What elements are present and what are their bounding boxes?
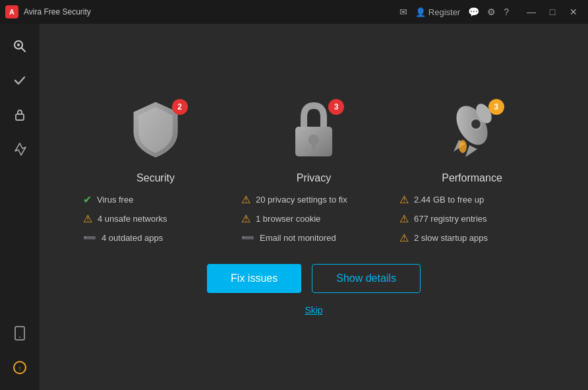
warn-icon: ⚠	[399, 212, 409, 225]
main-layout: ↑	[0, 24, 588, 390]
list-item: ⚠ 2.44 GB to free up	[399, 193, 544, 206]
warn-icon: ⚠	[241, 193, 250, 206]
register-label: Register	[428, 7, 460, 17]
title-bar: A Avira Free Security ✉ 👤 Register 💬 ⚙ ?…	[0, 0, 588, 24]
error-icon: ➖	[83, 232, 96, 244]
skip-button[interactable]: Skip	[305, 305, 322, 315]
cards-row: 2 Security ✔ Virus free ⚠ 4 unsafe netwo…	[83, 99, 544, 244]
close-button[interactable]: ✕	[564, 5, 583, 18]
item-text: Email not monitored	[260, 233, 336, 243]
sidebar-item-protection[interactable]	[4, 65, 36, 96]
svg-line-1	[22, 48, 26, 52]
svg-rect-3	[16, 114, 24, 120]
privacy-items: ⚠ 20 privacy settings to fix ⚠ 1 browser…	[241, 193, 386, 244]
svg-rect-10	[312, 142, 316, 150]
fix-issues-button[interactable]: Fix issues	[207, 264, 301, 293]
item-text: 20 privacy settings to fix	[256, 195, 347, 205]
performance-card: 3 Performance ⚠ 2.44 GB to free up ⚠ 677…	[399, 99, 544, 244]
sidebar-item-privacy[interactable]	[4, 99, 36, 131]
list-item: ⚠ 2 slow startup apps	[399, 232, 544, 244]
avira-logo-icon: A	[5, 5, 18, 18]
show-details-button[interactable]: Show details	[312, 264, 421, 293]
svg-point-2	[17, 44, 20, 46]
error-icon: ➖	[241, 232, 254, 244]
warn-icon: ⚠	[83, 212, 92, 225]
item-text: 2 slow startup apps	[414, 233, 488, 243]
window-controls: — □ ✕	[522, 5, 583, 18]
security-title: Security	[136, 172, 175, 184]
sidebar: ↑	[0, 24, 40, 390]
item-text: 2.44 GB to free up	[414, 195, 484, 205]
maximize-button[interactable]: □	[543, 5, 562, 18]
minimize-button[interactable]: —	[522, 5, 541, 18]
list-item: ✔ Virus free	[83, 193, 228, 206]
privacy-badge: 3	[328, 99, 344, 115]
list-item: ➖ 4 outdated apps	[83, 232, 228, 244]
help-icon[interactable]: ?	[504, 7, 509, 17]
user-icon[interactable]: 👤 Register	[415, 7, 460, 17]
warn-icon: ⚠	[399, 232, 409, 244]
performance-title: Performance	[442, 172, 502, 184]
warn-icon: ⚠	[399, 193, 409, 206]
privacy-card: 3 Privacy ⚠ 20 privacy settings to fix ⚠…	[241, 99, 386, 244]
item-text: Virus free	[97, 195, 133, 205]
list-item: ⚠ 1 browser cookie	[241, 212, 386, 225]
security-items: ✔ Virus free ⚠ 4 unsafe networks ➖ 4 out…	[83, 193, 228, 244]
item-text: 1 browser cookie	[256, 214, 320, 224]
performance-icon-wrapper: 3	[444, 99, 500, 164]
item-text: 4 unsafe networks	[98, 214, 167, 224]
content-area: 2 Security ✔ Virus free ⚠ 4 unsafe netwo…	[40, 24, 588, 390]
privacy-icon-wrapper: 3	[287, 99, 340, 164]
title-bar-left: A Avira Free Security	[5, 5, 399, 18]
performance-badge: 3	[488, 99, 504, 115]
svg-text:↑: ↑	[18, 365, 22, 372]
sidebar-item-search[interactable]	[4, 30, 36, 62]
sidebar-item-performance[interactable]	[4, 133, 36, 165]
list-item: ⚠ 677 registry entries	[399, 212, 544, 225]
performance-items: ⚠ 2.44 GB to free up ⚠ 677 registry entr…	[399, 193, 544, 244]
security-badge: 2	[172, 99, 188, 115]
svg-point-13	[471, 119, 481, 129]
list-item: ➖ Email not monitored	[241, 232, 386, 244]
item-text: 4 outdated apps	[102, 233, 163, 243]
title-bar-controls: ✉ 👤 Register 💬 ⚙ ? — □ ✕	[399, 5, 583, 18]
app-title: Avira Free Security	[24, 7, 91, 16]
buttons-row: Fix issues Show details	[207, 264, 421, 293]
sidebar-item-upgrade[interactable]: ↑	[4, 352, 36, 383]
sidebar-item-device[interactable]	[4, 317, 36, 349]
security-icon-wrapper: 2	[128, 99, 184, 164]
list-item: ⚠ 4 unsafe networks	[83, 212, 228, 225]
privacy-title: Privacy	[297, 172, 331, 184]
warn-icon: ⚠	[241, 212, 250, 225]
item-text: 677 registry entries	[414, 214, 487, 224]
chat-icon[interactable]: 💬	[468, 7, 479, 17]
list-item: ⚠ 20 privacy settings to fix	[241, 193, 386, 206]
ok-icon: ✔	[83, 193, 92, 206]
settings-icon[interactable]: ⚙	[487, 7, 496, 17]
security-card: 2 Security ✔ Virus free ⚠ 4 unsafe netwo…	[83, 99, 228, 244]
email-icon[interactable]: ✉	[399, 7, 407, 17]
svg-point-14	[459, 140, 467, 153]
